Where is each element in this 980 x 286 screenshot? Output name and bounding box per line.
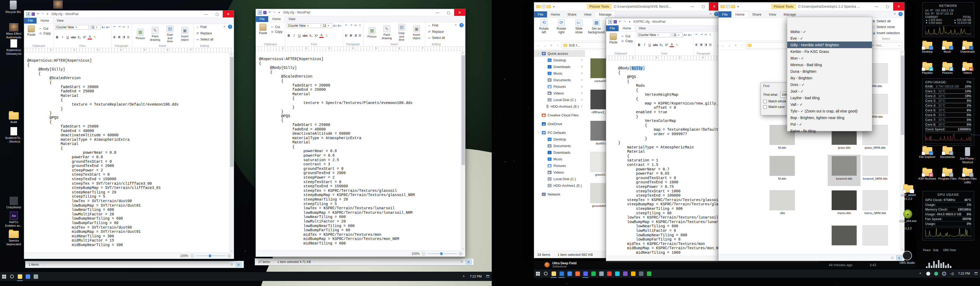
shrink-font-icon[interactable]: A˅ xyxy=(688,33,692,37)
planet-list-item[interactable]: Jool - ✓ xyxy=(787,88,872,94)
tab-share[interactable]: Share xyxy=(564,11,581,17)
tab-home[interactable]: Home xyxy=(619,25,635,31)
sidebar-item-local-disk-c-[interactable]: ◫Local Disk (C:) xyxy=(534,176,585,182)
scrollbar-thumb[interactable] xyxy=(230,57,234,167)
invert-selection-button[interactable]: ◪Invert selection xyxy=(872,31,900,35)
tray-chevron-icon[interactable]: ˄ xyxy=(460,272,468,281)
font-color-button[interactable]: A xyxy=(670,43,674,47)
sidebar-item-network[interactable]: ›⌂Network xyxy=(534,191,585,198)
grow-font-icon[interactable]: A˄ xyxy=(102,25,105,29)
forward-icon[interactable]: → xyxy=(542,44,547,48)
picture-button[interactable]: ▦Picture xyxy=(134,28,147,40)
highlight-button[interactable]: ✎ xyxy=(325,33,329,38)
redo-icon[interactable]: ↷ xyxy=(273,11,276,14)
underline-button[interactable]: U xyxy=(648,43,652,47)
sidebar-item-pictures[interactable]: ▦Pictures⚲ xyxy=(534,83,585,90)
paste-button[interactable]: Paste xyxy=(608,33,619,45)
help-icon[interactable]: ? xyxy=(714,12,718,16)
file-thumbnail[interactable] xyxy=(832,226,857,246)
desktop-icon-ksp-archives[interactable]: ✿KSP Archives xyxy=(918,169,937,181)
zoom-slider[interactable] xyxy=(440,253,442,255)
taskbar-clock[interactable]: 7:22 PM xyxy=(468,275,484,278)
taskbar-app-10[interactable] xyxy=(629,269,637,278)
tab-home[interactable]: Home xyxy=(731,11,749,17)
tab-file[interactable]: File xyxy=(256,16,268,22)
maximize-button[interactable]: ▢ xyxy=(698,2,709,11)
find-button[interactable]: ⌕Find xyxy=(195,25,214,29)
notifications-icon[interactable]: 🗔 xyxy=(972,269,980,278)
justify-icon[interactable]: ▥ xyxy=(127,35,130,39)
collapse-ribbon-icon[interactable]: ˄ xyxy=(223,25,225,29)
sidebar-item-hdd-archive1-e-[interactable]: ◫HDD-Archive1 (E:)⚲ xyxy=(534,103,585,110)
superscript-button[interactable]: X² xyxy=(664,43,668,47)
taskbar-app-5[interactable] xyxy=(589,269,597,278)
line-spacing-icon[interactable]: ‡ xyxy=(358,23,362,27)
save-icon[interactable] xyxy=(614,20,617,24)
sidebar-item-local-disk-c-[interactable]: ◫Local Disk (C:)⚲ xyxy=(534,97,585,103)
copy-button[interactable]: ⧉Copy xyxy=(620,39,634,43)
italic-button[interactable]: I xyxy=(292,33,296,38)
qat-dropdown-icon[interactable]: ▾ xyxy=(552,5,555,8)
align-center-icon[interactable]: ▣ xyxy=(349,33,353,37)
notifications-icon[interactable]: 🗔 xyxy=(484,272,492,281)
align-left-icon[interactable]: ◧ xyxy=(345,33,348,37)
file-thumbnail[interactable] xyxy=(862,190,888,210)
planet-list-item[interactable]: Mun - ✓ xyxy=(787,55,872,61)
italic-button[interactable]: I xyxy=(60,35,65,40)
sidebar-item-music[interactable]: ♪Music⚲ xyxy=(534,70,585,77)
sidebar-item-downloads[interactable]: ↓Downloads⚲ xyxy=(534,64,585,70)
minimize-button[interactable]: — xyxy=(200,11,212,17)
zoom-in-button[interactable]: + xyxy=(228,254,231,258)
date-and-time-button[interactable]: ▤Date and time xyxy=(163,25,177,44)
taskbar-app-8[interactable] xyxy=(613,269,621,278)
align-right-icon[interactable]: ◨ xyxy=(122,35,126,39)
close-button[interactable]: ✕ xyxy=(223,11,234,17)
sidebar-item-videos[interactable]: ▶Videos xyxy=(534,169,585,176)
collapse-ribbon-icon[interactable]: ˄ xyxy=(455,23,457,27)
save-icon[interactable] xyxy=(263,11,267,14)
justify-icon[interactable]: ▥ xyxy=(358,33,362,37)
file-thumbnail[interactable] xyxy=(770,190,795,210)
minimize-button[interactable]: — xyxy=(687,2,698,11)
cortana-icon[interactable] xyxy=(542,269,550,278)
font-size-combo[interactable]: 11▾ xyxy=(90,25,100,30)
desktop-icon-crazybump[interactable]: Crazybump xyxy=(4,197,23,209)
desktop-icon-desktop[interactable]: ▭Desktop xyxy=(918,42,937,54)
taskbar-clock[interactable]: 7:22 PM xyxy=(956,272,972,275)
indent-icon[interactable]: ⇥ xyxy=(349,23,353,27)
planet-list-item[interactable]: Laythe - bad tiling xyxy=(787,94,872,101)
align-right-icon[interactable]: ◨ xyxy=(704,43,708,46)
superscript-button[interactable]: X² xyxy=(314,33,318,38)
planet-list-item[interactable]: Vall - ✓ xyxy=(787,101,872,108)
zoom-out-button[interactable]: − xyxy=(422,252,426,256)
help-icon[interactable]: ? xyxy=(899,12,903,16)
tab-view[interactable]: View xyxy=(53,18,67,24)
justify-icon[interactable]: ▥ xyxy=(709,43,712,46)
chevron-icon[interactable]: › xyxy=(537,193,540,196)
close-button[interactable]: ✕ xyxy=(893,2,904,11)
sidebar-item-music[interactable]: ♪Music xyxy=(534,156,585,162)
tab-home[interactable]: Home xyxy=(268,16,285,22)
bold-button[interactable]: B xyxy=(637,43,641,47)
line-spacing-icon[interactable]: ‡ xyxy=(127,25,130,28)
underline-button[interactable]: U xyxy=(298,33,302,38)
strikethrough-button[interactable]: abc xyxy=(303,33,308,38)
bullets-icon[interactable]: •≡ xyxy=(354,23,357,27)
bold-button[interactable]: B xyxy=(287,33,291,38)
picture-button[interactable]: ▦Picture xyxy=(365,27,379,39)
paste-button[interactable]: Paste xyxy=(26,25,37,37)
subscript-button[interactable]: X₂ xyxy=(77,35,81,40)
underline-button[interactable]: U xyxy=(66,35,70,40)
back-icon[interactable]: ← xyxy=(721,44,725,48)
help-icon[interactable]: ? xyxy=(228,25,232,29)
help-icon[interactable]: ? xyxy=(460,23,464,27)
steam-tray-icon[interactable] xyxy=(940,269,948,278)
zoom-slider[interactable] xyxy=(209,254,211,257)
outdent-icon[interactable]: ⇤ xyxy=(345,23,348,27)
bold-button[interactable]: B xyxy=(55,35,59,40)
sidebar-item-pc-defaults[interactable]: ˅🖳PC Defaults xyxy=(534,129,585,136)
desktop-icon-photo[interactable] xyxy=(48,0,67,8)
select-all-button[interactable]: ▭Select all xyxy=(427,36,446,40)
view-thumbnails-button[interactable]: ▦ xyxy=(235,262,242,267)
scroll-up-icon[interactable]: ˄ xyxy=(461,51,465,55)
